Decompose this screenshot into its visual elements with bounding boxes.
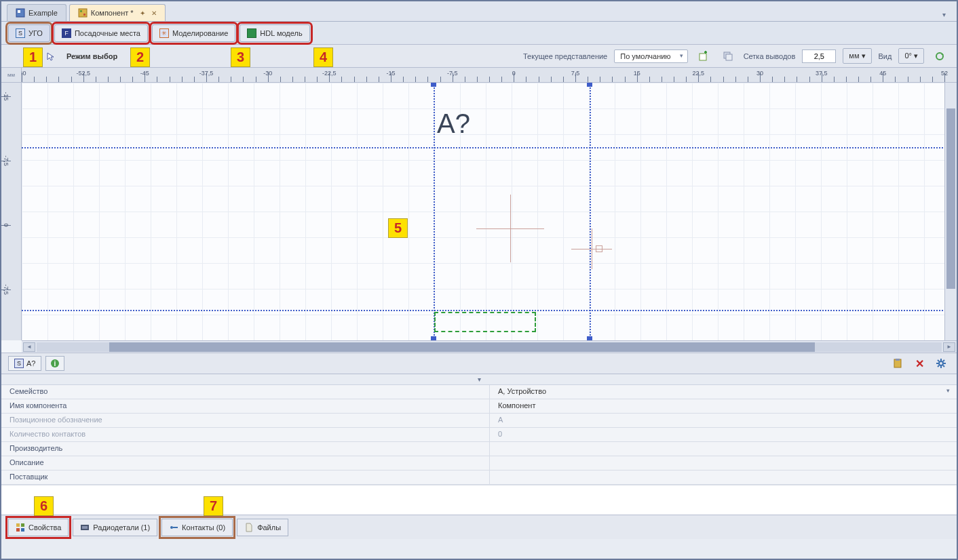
subtab-label: УГО bbox=[28, 29, 43, 37]
mode-label: Режим выбор bbox=[66, 52, 117, 60]
guide-vertical[interactable] bbox=[590, 83, 591, 340]
svg-line-19 bbox=[943, 365, 944, 367]
tabs-dropdown-icon[interactable]: ▾ bbox=[937, 8, 951, 21]
tab-example[interactable]: Example bbox=[7, 4, 66, 21]
svg-rect-4 bbox=[83, 14, 85, 16]
hdl-icon bbox=[247, 28, 256, 38]
subtab-label: Моделирование bbox=[172, 29, 228, 37]
editor-subtabs: S УГО F Посадочные места ✳ Моделирование… bbox=[1, 22, 957, 45]
svg-rect-2 bbox=[79, 9, 87, 17]
ruler-corner: мм bbox=[1, 68, 22, 83]
guide-horizontal[interactable] bbox=[22, 147, 957, 148]
btab-parts[interactable]: Радиодетали (1) bbox=[73, 519, 157, 536]
canvas-area: мм -60-52,5-45-37,5-30-22,5-15-7,507,515… bbox=[1, 68, 957, 353]
callout-2: 2 bbox=[130, 47, 150, 67]
current-view-label: Текущее представление bbox=[523, 52, 607, 60]
files-icon bbox=[244, 523, 254, 532]
callout-3: 3 bbox=[231, 47, 250, 67]
editor-toolbar: 1 Режим выбор 2 3 4 Текущее представлени… bbox=[1, 45, 957, 68]
copy-view-icon[interactable] bbox=[719, 47, 737, 65]
property-row[interactable]: Имя компонентаКомпонент bbox=[1, 399, 957, 414]
vertical-scrollbar[interactable] bbox=[944, 83, 957, 340]
add-view-icon[interactable] bbox=[695, 47, 712, 65]
property-row[interactable]: Производитель bbox=[1, 442, 957, 456]
canvas[interactable]: 5 A? bbox=[22, 83, 957, 340]
subtab-hdl[interactable]: HDL модель bbox=[240, 24, 309, 42]
property-row[interactable]: Количество контактов0 bbox=[1, 428, 957, 442]
property-label: Семейство bbox=[1, 385, 490, 399]
parts-icon bbox=[80, 523, 90, 532]
scroll-left-icon[interactable]: ◄ bbox=[23, 342, 35, 352]
subtab-ugo[interactable]: S УГО bbox=[8, 24, 50, 42]
panel-spacer: 6 7 bbox=[1, 485, 957, 515]
svg-rect-25 bbox=[21, 528, 24, 532]
guide-marker[interactable] bbox=[587, 336, 592, 340]
property-row[interactable]: Позиционное обозначениеA bbox=[1, 414, 957, 428]
document-tabs: Example Компонент * ✦ ✕ ▾ bbox=[1, 1, 957, 22]
subtab-modeling[interactable]: ✳ Моделирование bbox=[152, 24, 235, 42]
svg-text:i: i bbox=[54, 360, 56, 367]
property-value[interactable] bbox=[490, 442, 957, 456]
property-row[interactable]: Описание bbox=[1, 456, 957, 471]
guide-marker[interactable] bbox=[431, 336, 436, 340]
pin-icon[interactable]: ✦ bbox=[140, 9, 145, 17]
close-icon[interactable]: ✕ bbox=[151, 9, 157, 17]
component-icon bbox=[78, 8, 88, 18]
canvas-status-bar: S A? i ✕ bbox=[1, 353, 957, 374]
unit-select[interactable]: мм ▾ bbox=[843, 48, 871, 64]
panel-collapse-handle[interactable]: ▾ bbox=[1, 374, 957, 385]
btab-files[interactable]: Файлы bbox=[237, 519, 288, 536]
svg-line-21 bbox=[943, 360, 944, 361]
current-view-select[interactable]: По умолчанию bbox=[614, 49, 687, 63]
info-tab[interactable]: i bbox=[45, 356, 64, 371]
horizontal-scrollbar[interactable]: ◄ ► bbox=[22, 340, 957, 353]
grid-input[interactable] bbox=[802, 49, 836, 63]
property-value[interactable]: Компонент bbox=[490, 399, 957, 413]
svg-point-13 bbox=[939, 361, 943, 365]
tab-component[interactable]: Компонент * ✦ ✕ bbox=[69, 4, 166, 21]
ruler-vertical[interactable]: -15-7,50-7,5 bbox=[1, 83, 22, 340]
tab-label: Example bbox=[28, 9, 58, 17]
properties-grid: СемействоА, УстройствоИмя компонентаКомп… bbox=[1, 385, 957, 485]
svg-rect-1 bbox=[18, 10, 20, 13]
property-label: Производитель bbox=[1, 442, 490, 456]
subtab-footprints[interactable]: F Посадочные места bbox=[54, 24, 148, 42]
btab-contacts[interactable]: Контакты (0) bbox=[161, 519, 233, 536]
guide-marker[interactable] bbox=[587, 83, 592, 87]
svg-rect-22 bbox=[16, 523, 20, 527]
svg-rect-24 bbox=[16, 528, 20, 532]
refresh-icon[interactable] bbox=[931, 47, 949, 65]
ugo-icon: S bbox=[16, 28, 25, 38]
guide-horizontal[interactable] bbox=[22, 310, 957, 311]
refdes-text[interactable]: A? bbox=[437, 108, 470, 139]
guide-marker[interactable] bbox=[431, 83, 436, 87]
ruler-horizontal[interactable]: -60-52,5-45-37,5-30-22,5-15-7,507,51522,… bbox=[22, 68, 957, 83]
property-row[interactable]: СемействоА, Устройство bbox=[1, 385, 957, 399]
svg-rect-12 bbox=[896, 359, 900, 361]
section-tab[interactable]: S A? bbox=[8, 356, 41, 371]
doc-icon bbox=[16, 8, 25, 18]
property-value[interactable]: А, Устройство bbox=[490, 385, 957, 399]
scroll-right-icon[interactable]: ► bbox=[943, 342, 955, 352]
view-angle-select[interactable]: 0° ▾ bbox=[898, 48, 924, 64]
property-row[interactable]: Поставщик bbox=[1, 471, 957, 485]
property-value[interactable]: 0 bbox=[490, 428, 957, 441]
guide-vertical[interactable] bbox=[434, 83, 435, 340]
delete-icon[interactable]: ✕ bbox=[911, 355, 928, 372]
property-value[interactable] bbox=[490, 471, 957, 484]
btab-properties[interactable]: Свойства bbox=[8, 519, 69, 536]
svg-line-18 bbox=[938, 360, 939, 361]
property-value[interactable] bbox=[490, 456, 957, 470]
callout-7: 7 bbox=[204, 496, 223, 516]
property-label: Количество контактов bbox=[1, 428, 490, 441]
cursor-icon[interactable] bbox=[42, 47, 60, 65]
callout-4: 4 bbox=[313, 47, 333, 67]
properties-icon bbox=[16, 523, 25, 532]
view-angle-label: Вид bbox=[879, 52, 892, 60]
svg-rect-3 bbox=[80, 10, 82, 12]
paste-icon[interactable] bbox=[889, 355, 906, 372]
property-value[interactable]: A bbox=[490, 414, 957, 427]
settings-icon[interactable] bbox=[932, 355, 950, 372]
contacts-icon bbox=[169, 523, 178, 532]
value-placeholder[interactable] bbox=[434, 312, 536, 332]
